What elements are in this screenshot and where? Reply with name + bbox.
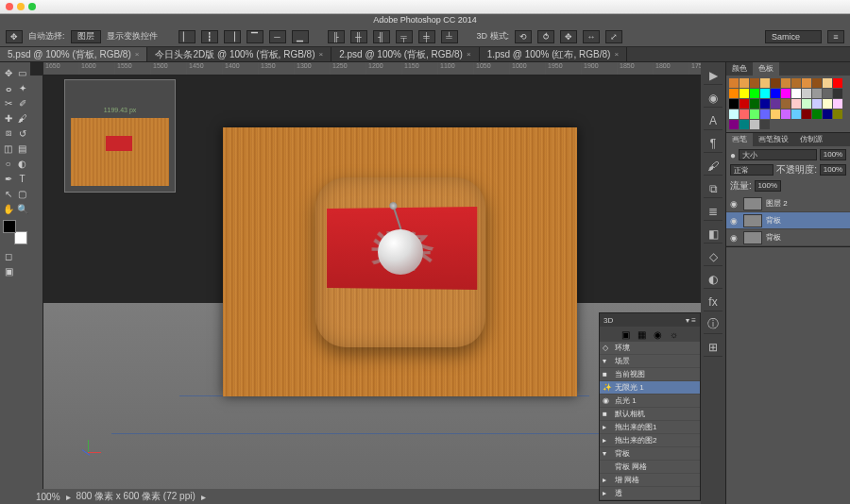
- 3d-tree-item[interactable]: ▾场景: [600, 355, 700, 368]
- screenmode-icon[interactable]: ▣: [2, 264, 15, 277]
- quickmask-icon[interactable]: ◻: [2, 249, 15, 262]
- document-tab[interactable]: 1.psd @ 100% (红布, RGB/8)×: [480, 47, 627, 61]
- swatch[interactable]: [729, 99, 739, 109]
- document-tab[interactable]: 今日头条2D版 @ 100% (背板, RGB/8)×: [147, 47, 332, 61]
- 3d-tree-item[interactable]: ■默认相机: [600, 408, 700, 421]
- tree-twisty-icon[interactable]: ▸: [603, 476, 612, 484]
- tree-twisty-icon[interactable]: ▾: [603, 357, 612, 365]
- tree-twisty-icon[interactable]: ▸: [603, 423, 612, 431]
- swatch[interactable]: [791, 78, 801, 88]
- 3d-tree-item[interactable]: ▸增 网格: [600, 474, 700, 487]
- swatch[interactable]: [812, 99, 822, 109]
- close-tab-icon[interactable]: ×: [319, 50, 324, 59]
- shape-tool[interactable]: ▢: [16, 187, 28, 200]
- panel-tab[interactable]: 仿制源: [794, 133, 828, 146]
- marquee-tool[interactable]: ▭: [16, 66, 28, 79]
- brush-opacity-val[interactable]: 100%: [820, 149, 846, 160]
- document-tab[interactable]: 5.psd @ 100% (背板, RGB/8)×: [0, 47, 147, 61]
- 3d-roll-icon[interactable]: ⥀: [537, 30, 554, 43]
- panel-tab[interactable]: 画笔: [726, 133, 753, 146]
- 3d-tree-item[interactable]: 背板 网格: [600, 461, 700, 474]
- swatch[interactable]: [802, 99, 811, 109]
- swatch[interactable]: [729, 78, 739, 88]
- swatch[interactable]: [802, 78, 811, 88]
- history-brush-tool[interactable]: ↺: [16, 126, 28, 140]
- info-panel-icon[interactable]: ⓘ: [704, 315, 722, 334]
- properties-panel-icon[interactable]: ⊞: [704, 338, 722, 357]
- swatch[interactable]: [760, 99, 770, 109]
- tree-twisty-icon[interactable]: ■: [603, 370, 612, 378]
- align-vcenter-icon[interactable]: ─: [269, 30, 286, 43]
- swatch[interactable]: [791, 99, 801, 109]
- close-window[interactable]: [6, 3, 13, 10]
- swatch[interactable]: [781, 78, 790, 88]
- swatch[interactable]: [771, 89, 780, 98]
- swatch[interactable]: [812, 78, 822, 88]
- 3d-tree-item[interactable]: ▸拖出来的图1: [600, 421, 700, 434]
- swatch[interactable]: [823, 99, 832, 109]
- actions-panel-icon[interactable]: ◉: [704, 89, 722, 108]
- brush-mode[interactable]: 正常: [730, 164, 774, 176]
- pen-tool[interactable]: ✒: [2, 172, 14, 185]
- tree-twisty-icon[interactable]: ▸: [603, 489, 612, 497]
- align-right-icon[interactable]: ▕: [224, 30, 241, 43]
- 3d-tree-item[interactable]: ▸拖出来的图2: [600, 434, 700, 447]
- minimize-window[interactable]: [17, 3, 25, 10]
- crop-tool[interactable]: ✂: [2, 96, 14, 109]
- visibility-icon[interactable]: ◉: [728, 233, 740, 243]
- search-icon[interactable]: ≡: [827, 30, 844, 43]
- panel-menu-icon[interactable]: ▾ ≡: [686, 316, 696, 325]
- swatch[interactable]: [771, 109, 780, 119]
- close-tab-icon[interactable]: ×: [614, 50, 619, 59]
- document-tab[interactable]: 2.psd @ 100% (背板, RGB/8)×: [332, 47, 479, 61]
- layer-row[interactable]: ◉背板: [726, 212, 850, 229]
- dodge-tool[interactable]: ◐: [16, 157, 28, 170]
- swatch[interactable]: [729, 109, 739, 119]
- auto-select-dropdown[interactable]: 图层: [71, 30, 101, 43]
- eyedropper-tool[interactable]: ✐: [16, 96, 28, 109]
- dist-right-icon[interactable]: ╢: [373, 30, 390, 43]
- swatch[interactable]: [833, 78, 842, 88]
- 3d-orbit-icon[interactable]: ⟲: [515, 30, 532, 43]
- blur-tool[interactable]: ○: [2, 157, 14, 170]
- swatch[interactable]: [740, 78, 749, 88]
- tree-twisty-icon[interactable]: ✨: [603, 383, 612, 392]
- swatch[interactable]: [781, 99, 790, 109]
- filter-light-icon[interactable]: ☼: [670, 329, 678, 340]
- swatch[interactable]: [729, 89, 739, 98]
- tab-color[interactable]: 颜色: [726, 62, 753, 76]
- close-tab-icon[interactable]: ×: [467, 50, 471, 59]
- swatch[interactable]: [750, 89, 759, 98]
- swatch[interactable]: [823, 109, 832, 119]
- hand-tool[interactable]: ✋: [2, 202, 14, 215]
- character-panel-icon[interactable]: A: [704, 111, 722, 130]
- 3d-tree-item[interactable]: ◇环境: [600, 342, 700, 355]
- swatch[interactable]: [791, 109, 801, 119]
- 3d-axis-widget[interactable]: [74, 438, 102, 466]
- history-panel-icon[interactable]: ▶: [704, 66, 722, 85]
- tree-twisty-icon[interactable]: ◉: [603, 396, 612, 405]
- zoom-window[interactable]: [28, 3, 36, 10]
- eraser-tool[interactable]: ◫: [2, 142, 14, 155]
- filter-scene-icon[interactable]: ▣: [621, 329, 630, 340]
- zoom-level[interactable]: 100%: [36, 492, 60, 502]
- 3d-tree-item[interactable]: ▾背板: [600, 447, 700, 461]
- swatch[interactable]: [760, 109, 770, 119]
- styles-icon[interactable]: fx: [704, 293, 722, 311]
- swatch[interactable]: [823, 78, 832, 88]
- paths-icon[interactable]: ◇: [704, 247, 722, 266]
- lasso-tool[interactable]: ⴰ: [2, 81, 14, 94]
- filter-material-icon[interactable]: ◉: [654, 329, 662, 340]
- dist-hcenter-icon[interactable]: ╫: [350, 30, 367, 43]
- 3d-tree-item[interactable]: ▸透: [600, 487, 700, 500]
- swatch[interactable]: [833, 109, 842, 119]
- move-tool[interactable]: ✥: [2, 66, 14, 79]
- align-top-icon[interactable]: ▔: [246, 30, 264, 43]
- brush-size-select[interactable]: 大小: [739, 149, 817, 160]
- dist-left-icon[interactable]: ╟: [328, 30, 345, 43]
- path-tool[interactable]: ↖: [2, 187, 14, 200]
- brush-settings-icon[interactable]: 🖌: [704, 157, 722, 176]
- doc-info[interactable]: 800 像素 x 600 像素 (72 ppi): [76, 490, 196, 503]
- dist-top-icon[interactable]: ╤: [396, 30, 413, 43]
- align-hcenter-icon[interactable]: ┇: [201, 30, 218, 43]
